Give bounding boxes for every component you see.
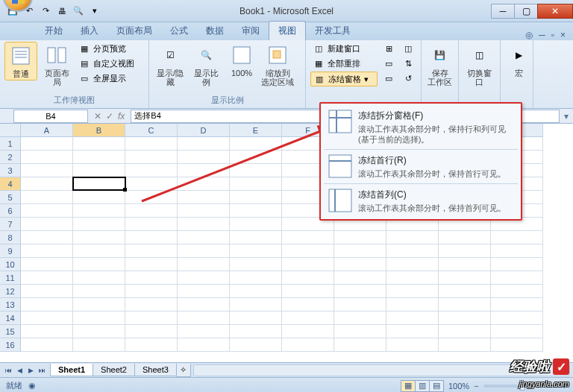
cell[interactable]	[73, 325, 125, 338]
cell[interactable]	[386, 258, 439, 271]
cell[interactable]	[178, 191, 230, 204]
cell[interactable]	[73, 258, 125, 271]
cell[interactable]	[125, 151, 178, 164]
cell[interactable]	[125, 137, 178, 151]
cell[interactable]	[386, 312, 439, 325]
cell[interactable]	[439, 258, 491, 271]
cell[interactable]	[73, 151, 125, 164]
expand-formula-icon[interactable]: ▾	[560, 111, 573, 121]
cell[interactable]	[21, 244, 73, 258]
sync-scroll-button[interactable]: ⇅	[400, 57, 416, 70]
cell[interactable]	[21, 271, 73, 285]
cell[interactable]	[230, 338, 282, 352]
cell[interactable]	[282, 271, 334, 285]
cell[interactable]	[178, 244, 230, 258]
cell[interactable]	[230, 325, 282, 338]
cell[interactable]	[21, 164, 73, 177]
cell[interactable]	[73, 298, 125, 312]
cell[interactable]	[73, 271, 125, 285]
cell[interactable]	[230, 231, 282, 244]
cell[interactable]	[21, 231, 73, 244]
zoom-out-button[interactable]: −	[474, 382, 478, 391]
cell[interactable]	[230, 137, 282, 151]
cell[interactable]	[230, 271, 282, 285]
cell[interactable]	[230, 285, 282, 298]
arrange-all-button[interactable]: ▦全部重排	[310, 57, 378, 70]
cell[interactable]	[21, 204, 73, 218]
cell[interactable]	[334, 258, 386, 271]
custom-views-button[interactable]: ▤自定义视图	[76, 57, 137, 70]
cell[interactable]	[73, 231, 125, 244]
freeze-first-col-item[interactable]: 冻结首列(C) 滚动工作表其余部分时，保持首列可见。	[324, 186, 518, 216]
ribbon-restore-icon[interactable]: ▫	[551, 30, 554, 40]
column-header[interactable]: B	[73, 124, 125, 137]
save-workspace-button[interactable]: 💾 保存 工作区	[426, 42, 454, 88]
cell[interactable]	[125, 164, 178, 177]
cell[interactable]	[178, 338, 230, 352]
cell[interactable]	[21, 177, 73, 191]
cell[interactable]	[334, 298, 386, 312]
fx-icon[interactable]: fx	[118, 111, 125, 121]
tab-home[interactable]: 开始	[36, 22, 72, 40]
cell[interactable]	[386, 338, 439, 352]
cell[interactable]	[178, 231, 230, 244]
cell[interactable]	[125, 177, 178, 191]
cell[interactable]	[73, 164, 125, 177]
cell[interactable]	[282, 338, 334, 352]
cell[interactable]	[230, 312, 282, 325]
new-window-button[interactable]: ◫新建窗口	[310, 42, 378, 55]
row-header[interactable]: 7	[0, 218, 21, 231]
maximize-button[interactable]: ▢	[514, 4, 538, 19]
cell[interactable]	[282, 244, 334, 258]
cell[interactable]	[21, 258, 73, 271]
freeze-top-row-item[interactable]: 冻结首行(R) 滚动工作表其余部分时，保持首行可见。	[324, 151, 518, 182]
select-all-corner[interactable]	[0, 124, 21, 137]
cell[interactable]	[178, 285, 230, 298]
tab-review[interactable]: 审阅	[233, 22, 269, 40]
cell[interactable]	[73, 285, 125, 298]
cell[interactable]	[125, 271, 178, 285]
row-header[interactable]: 3	[0, 164, 21, 177]
row-header[interactable]: 11	[0, 271, 21, 285]
cell[interactable]	[21, 338, 73, 352]
row-header[interactable]: 5	[0, 191, 21, 204]
cell[interactable]	[125, 244, 178, 258]
cell[interactable]	[125, 298, 178, 312]
status-normal-view[interactable]: ▦	[401, 380, 416, 392]
cell[interactable]	[334, 312, 386, 325]
print-preview-icon[interactable]: 🔍	[72, 4, 85, 18]
page-break-preview-button[interactable]: ▦分页预览	[76, 42, 137, 55]
cell[interactable]	[125, 218, 178, 231]
switch-windows-button[interactable]: ◫ 切换窗口	[463, 42, 495, 88]
cell[interactable]	[386, 271, 439, 285]
page-layout-view-button[interactable]: 页面布局	[40, 42, 73, 88]
cell[interactable]	[125, 204, 178, 218]
cell[interactable]	[334, 231, 386, 244]
split-button[interactable]: ⊞	[381, 42, 397, 55]
cell[interactable]	[125, 338, 178, 352]
cell[interactable]	[21, 312, 73, 325]
sheet-tab-1[interactable]: Sheet1	[50, 364, 93, 376]
cell[interactable]	[73, 191, 125, 204]
cell[interactable]	[386, 325, 439, 338]
cell[interactable]	[334, 285, 386, 298]
cell[interactable]	[230, 177, 282, 191]
cell[interactable]	[178, 298, 230, 312]
cell[interactable]	[230, 298, 282, 312]
cell[interactable]	[334, 271, 386, 285]
cell[interactable]	[125, 285, 178, 298]
tab-developer[interactable]: 开发工具	[306, 22, 360, 40]
normal-view-button[interactable]: 普通	[4, 42, 37, 80]
cell[interactable]	[491, 312, 543, 325]
cell[interactable]	[178, 258, 230, 271]
cell[interactable]	[386, 244, 439, 258]
tab-formulas[interactable]: 公式	[161, 22, 197, 40]
cell[interactable]	[491, 231, 543, 244]
row-header[interactable]: 10	[0, 258, 21, 271]
cell[interactable]	[21, 285, 73, 298]
new-sheet-button[interactable]: ✧	[176, 364, 191, 377]
enter-icon[interactable]: ✓	[106, 111, 113, 121]
cell[interactable]	[178, 151, 230, 164]
cell[interactable]	[386, 285, 439, 298]
cell[interactable]	[21, 325, 73, 338]
